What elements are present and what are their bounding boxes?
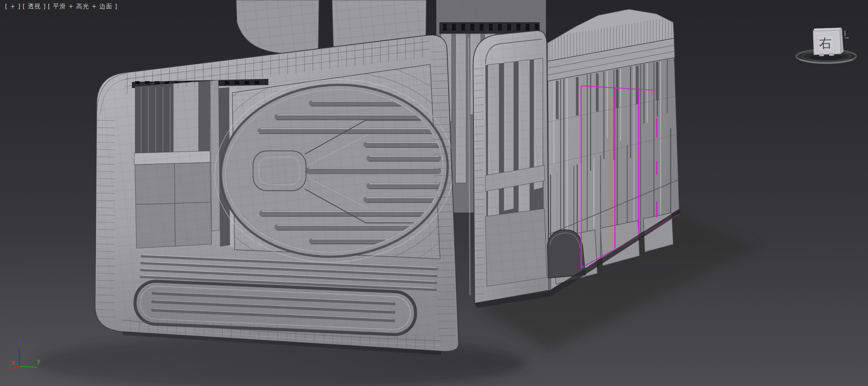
left-model[interactable]	[95, 35, 484, 355]
viewcube-face-label: 右	[819, 35, 832, 51]
viewport-label: [ + ][ 透视 ][ 平滑 + 高光 + 边面 ]	[5, 3, 118, 11]
axis-y-label: y	[37, 358, 41, 365]
viewport-menu-shading[interactable]: [ 平滑 + 高光 + 边面 ]	[48, 3, 118, 11]
viewcube-home-corner-marker[interactable]	[845, 31, 849, 38]
viewport-canvas[interactable]: [ + ][ 透视 ][ 平滑 + 高光 + 边面 ]	[0, 0, 868, 386]
viewport-menu-view[interactable]: [ 透视 ]	[23, 3, 46, 11]
viewcube[interactable]: 右	[796, 28, 856, 63]
axis-x-label: x	[12, 359, 15, 366]
viewport-menu-maximize[interactable]: [ + ]	[5, 3, 21, 11]
axis-z-label: z	[19, 338, 22, 345]
